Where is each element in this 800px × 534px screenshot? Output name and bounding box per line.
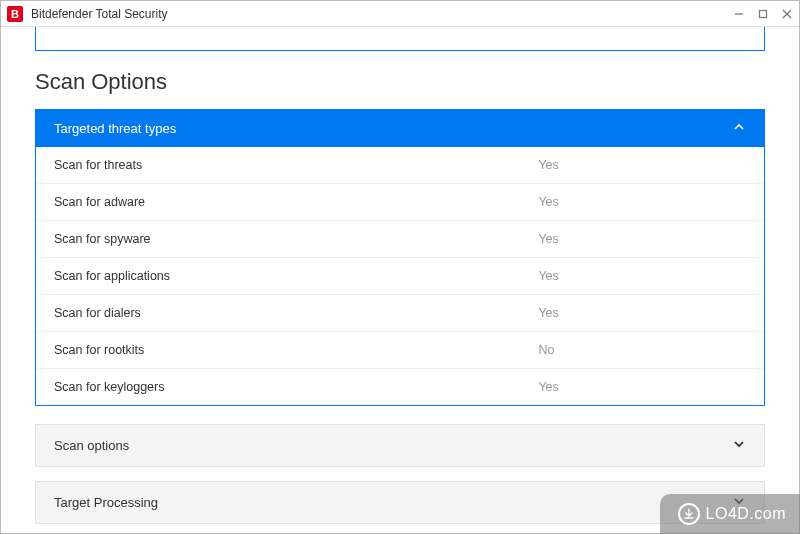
download-icon bbox=[678, 503, 700, 525]
svg-rect-1 bbox=[760, 10, 767, 17]
app-logo-icon: B bbox=[7, 6, 23, 22]
panel-header-label: Targeted threat types bbox=[54, 121, 176, 136]
panel-target-processing[interactable]: Target Processing bbox=[35, 481, 765, 524]
row-label: Scan for keyloggers bbox=[54, 380, 538, 394]
table-row: Scan for keyloggers Yes bbox=[36, 368, 764, 405]
window-title: Bitdefender Total Security bbox=[31, 7, 168, 21]
section-title: Scan Options bbox=[35, 69, 765, 95]
table-row: Scan for threats Yes bbox=[36, 147, 764, 183]
row-label: Scan for adware bbox=[54, 195, 538, 209]
table-row: Scan for adware Yes bbox=[36, 183, 764, 220]
row-label: Scan for spyware bbox=[54, 232, 538, 246]
watermark-text: LO4D.com bbox=[706, 505, 786, 523]
chevron-up-icon bbox=[732, 120, 746, 137]
close-button[interactable] bbox=[781, 8, 793, 20]
panel-body: Scan for threats Yes Scan for adware Yes… bbox=[36, 147, 764, 405]
row-value: Yes bbox=[538, 158, 558, 172]
row-value: Yes bbox=[538, 380, 558, 394]
table-row: Scan for spyware Yes bbox=[36, 220, 764, 257]
previous-panel-peek bbox=[35, 27, 765, 51]
titlebar: B Bitdefender Total Security bbox=[1, 1, 799, 27]
app-window: B Bitdefender Total Security Scan Option… bbox=[0, 0, 800, 534]
row-label: Scan for threats bbox=[54, 158, 538, 172]
panel-targeted-threat-types: Targeted threat types Scan for threats Y… bbox=[35, 109, 765, 406]
row-value: Yes bbox=[538, 269, 558, 283]
panel-header-label: Target Processing bbox=[54, 495, 158, 510]
panel-header-targeted-threat-types[interactable]: Targeted threat types bbox=[36, 110, 764, 147]
watermark: LO4D.com bbox=[660, 494, 800, 534]
row-value: No bbox=[538, 343, 554, 357]
panel-scan-options[interactable]: Scan options bbox=[35, 424, 765, 467]
row-label: Scan for applications bbox=[54, 269, 538, 283]
maximize-button[interactable] bbox=[757, 8, 769, 20]
table-row: Scan for dialers Yes bbox=[36, 294, 764, 331]
row-value: Yes bbox=[538, 306, 558, 320]
content-scroll[interactable]: Scan Options Targeted threat types Scan … bbox=[1, 27, 799, 533]
panel-header-label: Scan options bbox=[54, 438, 129, 453]
body-area: Scan Options Targeted threat types Scan … bbox=[1, 27, 799, 533]
row-value: Yes bbox=[538, 195, 558, 209]
minimize-button[interactable] bbox=[733, 8, 745, 20]
window-controls bbox=[733, 8, 793, 20]
row-label: Scan for dialers bbox=[54, 306, 538, 320]
table-row: Scan for applications Yes bbox=[36, 257, 764, 294]
row-label: Scan for rootkits bbox=[54, 343, 538, 357]
row-value: Yes bbox=[538, 232, 558, 246]
table-row: Scan for rootkits No bbox=[36, 331, 764, 368]
chevron-down-icon bbox=[732, 437, 746, 454]
